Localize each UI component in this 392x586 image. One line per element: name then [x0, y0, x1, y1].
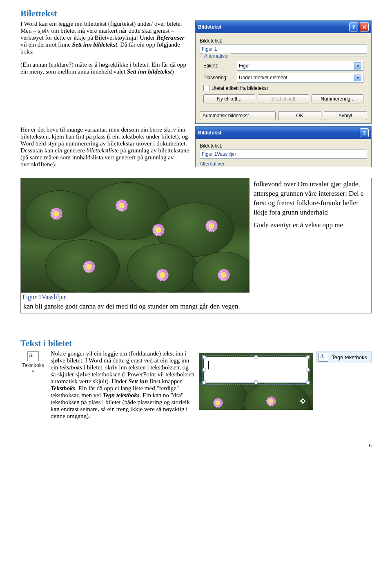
ref-settinn2: Sett inn bildetekst [127, 68, 172, 75]
resize-handle[interactable] [202, 355, 206, 359]
s2-e: finst knappen [148, 378, 183, 385]
chevron-down-icon: ▾ [354, 62, 361, 69]
dialog2-input[interactable] [200, 150, 367, 159]
dialog-bildetekst-2: Bildetekst ? Bildetekst: Alternativer [195, 126, 372, 167]
resize-handle[interactable] [306, 368, 310, 372]
label-etikett: Etikett: [203, 63, 234, 69]
chevron-down-icon: ▼ [31, 369, 35, 374]
checkbox-label: Utelat etikett fra bildetekst [212, 85, 268, 91]
bildetekst-input[interactable] [200, 45, 367, 54]
dialog-bildetekst: Bildetekst ? ✕ Bildetekst: Alternativer … [195, 20, 372, 124]
btn-avbryt[interactable]: Avbryt [324, 111, 367, 120]
group-alternativer: Alternativer Etikett: Figur ▾ Plassering… [200, 56, 367, 107]
heading-tekst-i-biletet: Tekst i biletet [20, 338, 372, 349]
section2-text: A Tegn tekstboks ✥ Nokre gonger vil e [51, 350, 372, 426]
ref-bilettekstliste: bilettekstliste [87, 147, 119, 154]
btn-ok[interactable]: OK [278, 111, 321, 120]
btn-nummerering[interactable]: Nummerering... [312, 94, 363, 103]
btn-automatisk[interactable]: Automatisk bildetekst... [200, 111, 276, 120]
label-bildetekst: Bildetekst: [200, 38, 367, 44]
tegn-tekstboks-label: Tegn tekstboks [332, 354, 367, 360]
btn-ny-etikett[interactable]: Ny etikett... [203, 94, 255, 103]
resize-handle[interactable] [254, 380, 258, 385]
dialog2-alt: Alternativer [200, 161, 367, 167]
intro-column: I Word kan ein leggje inn bilettekst (fi… [20, 20, 190, 81]
btn-nyetikett-rest: y etikett... [220, 96, 241, 102]
dialog2-title: Bildetekst [198, 130, 221, 136]
p1-c: vil ein derimot finne [20, 41, 72, 48]
waterlily-image [21, 178, 249, 293]
figure-caption: Figur 1Vassliljer [21, 293, 249, 302]
ref-tegn-tekstboks: Tegn tekstboks [102, 392, 140, 398]
help-icon[interactable]: ? [349, 22, 358, 31]
wrapped-text-2: Gode eventyr er å vekse opp me [254, 221, 369, 230]
select-etikett[interactable]: Figur ▾ [237, 61, 363, 71]
btn-slett-etikett: Slett etikett [258, 94, 310, 103]
paragraph-3: Her er det høve til mange variantar, men… [20, 126, 190, 168]
page-number: 6 [20, 442, 372, 449]
select-plassering[interactable]: Under merket element ▾ [237, 73, 363, 83]
document-figure: Figur 1Vassliljer folkevond over Om utva… [20, 178, 372, 313]
ref-tekstboks-btn: Tekstboks [51, 385, 75, 391]
paragraph-1: I Word kan ein leggje inn bilettekst (fi… [20, 20, 190, 55]
resize-handle[interactable] [306, 380, 310, 385]
tekstboks-label: Tekstboks [22, 362, 44, 368]
tekstboks-icon: A [27, 351, 39, 361]
help-icon[interactable]: ? [360, 128, 369, 137]
move-cursor-icon: ✥ [300, 397, 306, 406]
ref-tekstboks: tekstboks [60, 364, 82, 371]
checkbox-utelat[interactable]: Utelat etikett fra bildetekst [203, 85, 363, 91]
p2-c: ) [172, 68, 174, 75]
ref-sett-inn: Sett inn [128, 378, 148, 385]
group-title: Alternativer [203, 53, 231, 59]
resize-handle[interactable] [254, 355, 258, 359]
dialog-title: Bildetekst [198, 24, 221, 30]
image-with-textbox: ✥ [199, 353, 313, 410]
ref-referanser: Referanser [156, 34, 184, 41]
dialog2-label: Bildetekst: [200, 143, 367, 149]
plassering-value: Under merket element [239, 75, 287, 81]
chevron-down-icon: ▾ [354, 74, 361, 81]
dialog2-titlebar: Bildetekst ? [196, 127, 371, 139]
paragraph-2: (Ein annan (enklare?) måte er å høgrekli… [20, 61, 190, 75]
resize-handle[interactable] [202, 368, 206, 372]
tegn-tekstboks-icon: A [318, 353, 328, 362]
tekstboks-button[interactable]: A Tekstboks ▼ [20, 350, 46, 375]
figure-below-text: kan bli ganske godt danna av dei med tid… [21, 302, 371, 313]
close-icon[interactable]: ✕ [360, 22, 369, 31]
heading-bilettekst: Bilettekst [20, 8, 372, 19]
dialog-titlebar: Bildetekst ? ✕ [196, 21, 371, 33]
text-cursor [208, 361, 209, 369]
textbox-selection[interactable] [204, 357, 308, 383]
etikett-value: Figur [239, 63, 250, 69]
wrapped-text-1: folkevond over Om utvalet gjør glade, at… [254, 180, 364, 216]
wrapped-text: folkevond over Om utvalet gjør glade, at… [249, 178, 371, 302]
tegn-tekstboks-item[interactable]: A Tegn tekstboks [316, 351, 372, 363]
checkbox-icon [203, 85, 209, 91]
resize-handle[interactable] [306, 355, 310, 359]
label-plassering: Plassering: [203, 75, 234, 81]
ref-settinn: Sett inn bildetekst [72, 41, 117, 48]
